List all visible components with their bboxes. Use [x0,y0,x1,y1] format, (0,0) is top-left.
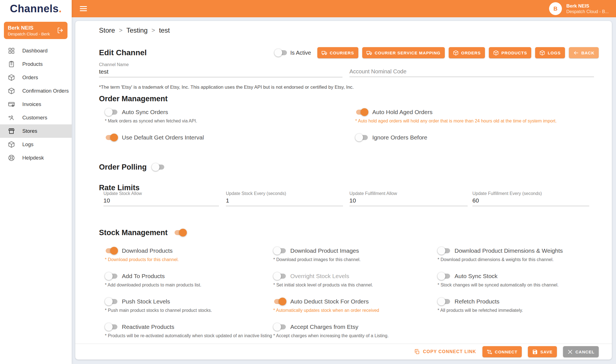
save-button[interactable]: SAVE [528,346,557,357]
auto-sync-stock-toggle[interactable] [438,272,451,280]
toggle-helper: * Download product images for this chann… [273,257,438,262]
cancel-button[interactable]: CANCEL [563,346,599,357]
sidebar-item-label: Stores [22,128,37,134]
lifebuoy-icon [8,154,15,161]
add-user-icon [8,114,15,121]
connect-button[interactable]: CONNECT [482,346,522,357]
products-button[interactable]: PRODUCTS [489,47,531,58]
reactivate-products-toggle[interactable] [105,323,118,331]
topbar-user-text: Berk NEIS Despatch Cloud - B... [566,3,609,15]
copy-icon [414,349,420,355]
save-icon [532,349,538,355]
toggle-ignore-orders-before: Ignore Orders Before [355,134,601,159]
update-fulfillment-every-field: Update Fulfillment Every (seconds) 60 [472,191,589,206]
couriers-button[interactable]: COURIERS [317,47,358,58]
etsy-disclaimer: *The term 'Etsy' is a trademark of Etsy,… [99,85,354,90]
box-icon [8,141,15,148]
update-stock-every-input[interactable]: 1 [226,197,343,206]
download-product-images-toggle[interactable] [273,247,286,255]
back-button[interactable]: BACK [569,47,599,58]
toggle-label: Download Products [122,247,173,254]
footer-actions: COPY CONNECT LINK CONNECT SAVE CANCEL [75,344,612,360]
sidebar-item-dashboard[interactable]: Dashboard [0,44,72,57]
breadcrumb-test[interactable]: test [159,26,170,34]
app-logo: Channels. [0,0,72,17]
stock-management-section: Stock Management Download Products * Dow… [99,228,601,348]
hamburger-menu-icon[interactable] [79,4,88,13]
toggle-label: Overright Stock Levels [290,273,349,279]
button-label: ORDERS [461,50,481,55]
sidebar-item-helpdesk[interactable]: Helpdesk [0,151,72,165]
channel-name-field: Channel Name test [99,62,342,77]
logs-button[interactable]: LOGS [535,47,565,58]
button-label: CONNECT [495,349,518,354]
account-nominal-code-input[interactable]: Account Nominal Code [349,68,594,77]
orders-button[interactable]: ORDERS [449,47,485,58]
button-label: COPY CONNECT LINK [423,349,476,354]
sidebar-item-invoices[interactable]: Invoices [0,98,72,111]
courier-service-mapping-button[interactable]: COURIER SERVICE MAPPING [362,47,445,58]
auto-deduct-stock-for-orders-toggle[interactable] [273,298,286,305]
dashboard-grid-icon [8,47,15,54]
push-stock-levels-toggle[interactable] [105,298,118,305]
add-to-products-toggle[interactable] [105,272,118,280]
logout-icon[interactable] [57,27,64,34]
breadcrumb-separator: > [119,27,122,34]
auto-sync-orders-toggle[interactable] [105,108,118,116]
breadcrumb: Store > Testing > test [99,26,170,34]
download-products-toggle[interactable] [105,247,118,255]
stock-management-toggle[interactable] [174,229,187,237]
field-label: Update Stock Allow [103,191,219,196]
order-polling-toggle[interactable] [152,163,165,171]
sidebar-item-label: Customers [22,115,47,121]
topbar-user-menu[interactable]: B Berk NEIS Despatch Cloud - B... [549,2,609,15]
sidebar-item-customers[interactable]: Customers [0,111,72,124]
toggle-helper: * Push main product stocks to channel pr… [105,308,273,313]
breadcrumb-store[interactable]: Store [99,26,115,34]
update-fulfillment-every-input[interactable]: 60 [472,197,589,206]
toggle-label: Ignore Orders Before [372,134,427,141]
sidebar-item-products[interactable]: Products [0,57,72,71]
toggle-label: Reactivate Products [122,324,174,330]
toggle-helper: * Mark orders as synced when fetched via… [105,119,355,124]
button-label: CANCEL [576,349,595,354]
toggle-helper: * Stock changes will be synced automatic… [438,283,601,288]
sidebar-item-label: Confirmation Orders [22,88,69,94]
sidebar-user-org: Despatch Cloud - Berk [8,31,57,37]
use-default-get-orders-interval-toggle[interactable] [105,134,118,141]
sidebar-user-text: Berk NEIS Despatch Cloud - Berk [8,25,57,37]
accept-charges-from-etsy-toggle[interactable] [273,323,286,331]
order-management-section: Order Management Auto Sync Orders * Mark… [99,94,601,159]
toggle-overright-stock-levels: Overright Stock Levels * Set initial sto… [273,272,438,298]
sidebar-item-logs[interactable]: Logs [0,138,72,151]
update-fulfillment-allow-input[interactable]: 10 [349,197,468,206]
channel-name-input[interactable]: test [99,68,342,77]
download-product-dimensions-weights-toggle[interactable] [438,247,451,255]
breadcrumb-testing[interactable]: Testing [126,26,148,34]
toggle-auto-sync-orders: Auto Sync Orders * Mark orders as synced… [105,108,355,134]
auto-hold-aged-orders-toggle[interactable] [355,108,368,116]
field-label: Update Stock Every (seconds) [226,191,343,196]
update-stock-allow-input[interactable]: 10 [103,197,219,206]
is-active-toggle[interactable] [274,49,288,57]
sidebar-user-card[interactable]: Berk NEIS Despatch Cloud - Berk [4,22,67,39]
button-label: SAVE [540,349,553,354]
ignore-orders-before-toggle[interactable] [355,134,368,141]
toggle-push-stock-levels: Push Stock Levels * Push main product st… [105,298,273,323]
topbar-user-name: Berk NEIS [566,3,609,9]
button-label: BACK [581,50,595,55]
copy-connect-link-button[interactable]: COPY CONNECT LINK [414,349,476,355]
sidebar-item-stores[interactable]: Stores [0,124,72,138]
arrow-left-icon [573,50,579,56]
stock-management-title: Stock Management [99,228,168,237]
sidebar-item-label: Products [22,61,43,67]
toggle-helper: * Auto hold aged orders will hold any or… [355,119,601,124]
order-polling-title: Order Polling [99,162,147,172]
is-active-label: Is Active [290,50,311,56]
sidebar-item-confirmation-orders[interactable]: Confirmation Orders [0,84,72,98]
truck-icon [322,50,327,56]
toggle-label: Auto Deduct Stock For Orders [290,298,369,305]
refetch-products-toggle[interactable] [438,298,451,305]
overright-stock-levels-toggle[interactable] [273,272,286,280]
sidebar-item-orders[interactable]: Orders [0,71,72,84]
